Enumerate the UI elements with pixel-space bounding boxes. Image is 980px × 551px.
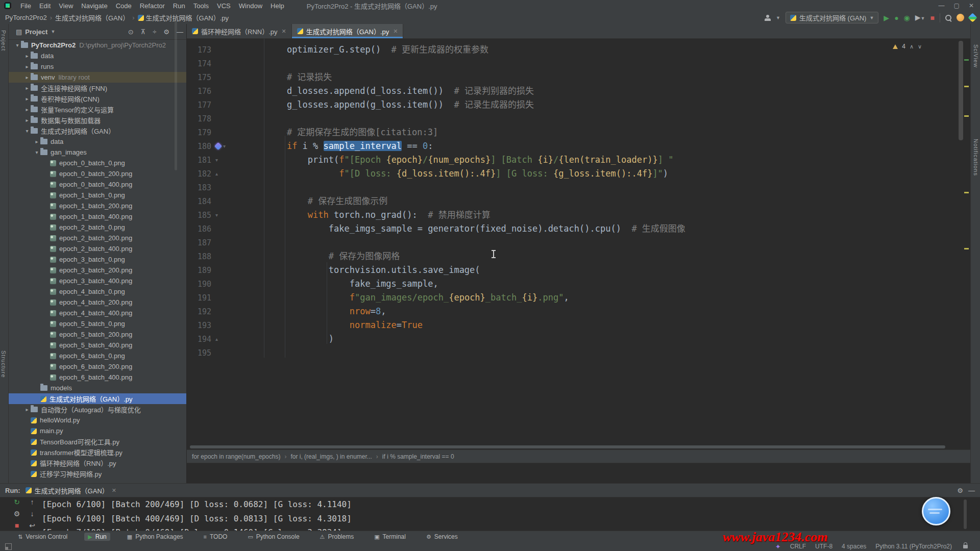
stop-button[interactable]: ■ (930, 14, 935, 21)
prev-warning-icon[interactable]: ∧ (910, 43, 914, 50)
tree-row[interactable]: epoch_3_batch_0.png (9, 254, 186, 265)
tree-row[interactable]: ▸全连接神经网络 (FNN) (9, 83, 186, 93)
tree-row[interactable]: epoch_0_batch_0.png (9, 158, 186, 168)
tree-row[interactable]: epoch_4_batch_400.png (9, 308, 186, 318)
settings-gear-icon[interactable]: ⚙ (163, 28, 169, 36)
close-icon[interactable]: ✕ (282, 28, 286, 35)
tree-row[interactable]: epoch_5_batch_0.png (9, 318, 186, 329)
tree-row[interactable]: ▸数据集与数据加载器 (9, 115, 186, 126)
code-line[interactable]: 178 (187, 112, 970, 126)
code-line[interactable]: 174 (187, 57, 970, 70)
tool-stripe-notifications[interactable]: Notifications (973, 139, 979, 176)
tree-row[interactable]: ▸runs (9, 61, 186, 72)
menu-item-window[interactable]: Window (235, 2, 266, 10)
chevron-down-icon[interactable]: ▼ (776, 15, 780, 20)
hide-panel-icon[interactable]: — (968, 487, 975, 494)
code-line[interactable]: 192 nrow=8, (187, 305, 970, 318)
chevron-down-icon[interactable]: ▾ (23, 128, 31, 134)
debug-button[interactable]: ● (894, 14, 898, 21)
tree-row[interactable]: epoch_5_batch_200.png (9, 329, 186, 340)
tool-stripe-structure[interactable]: Structure (1, 350, 7, 378)
code-line[interactable]: 186 fake_imgs_sample = generator(fixed_n… (187, 222, 970, 236)
tree-row[interactable]: epoch_0_batch_400.png (9, 179, 186, 190)
tree-row[interactable]: epoch_6_batch_200.png (9, 361, 186, 372)
code-line[interactable]: 181▾ print(f"[Epoch {epoch}/{num_epochs}… (187, 153, 970, 167)
tree-row[interactable]: TensorBoard可视化工具.py (9, 436, 186, 447)
rerun-icon[interactable]: ↻ (14, 498, 20, 506)
stop-icon[interactable]: ■ (15, 522, 19, 529)
status-item[interactable]: Python 3.11 (PyTorch2Pro2) (875, 543, 952, 550)
ai-assistant-icon[interactable] (968, 13, 977, 22)
tree-row[interactable]: epoch_3_batch_200.png (9, 265, 186, 276)
editor-tab[interactable]: 循环神经网络（RNN）.py✕ (187, 24, 292, 38)
chevron-right-icon[interactable]: ▸ (33, 139, 40, 144)
tree-row[interactable]: epoch_2_batch_200.png (9, 233, 186, 243)
floating-badge[interactable] (922, 497, 950, 525)
chevron-down-icon[interactable]: ▾ (33, 149, 40, 155)
tool-stripe-sciview[interactable]: SciView (973, 44, 979, 68)
toolwindow-button-terminal[interactable]: ▣Terminal (371, 533, 409, 541)
code-line[interactable]: 189 torchvision.utils.save_image( (187, 263, 970, 277)
code-line[interactable]: 179 # 定期保存生成的图像[citation:3] (187, 126, 970, 139)
inspections-widget[interactable]: 4 ∧ ∨ (893, 43, 922, 50)
code-line[interactable]: 175 # 记录损失 (187, 70, 970, 84)
chevron-right-icon[interactable]: ▸ (23, 117, 31, 123)
tree-row[interactable]: ▸data (9, 51, 186, 61)
hide-panel-icon[interactable]: — (177, 28, 183, 36)
ai-suggestion-icon[interactable] (214, 142, 223, 151)
editor-breadcrumb-item[interactable]: if i % sample_interval == 0 (382, 453, 454, 460)
chevron-right-icon[interactable]: ▸ (23, 74, 31, 80)
code-line[interactable]: 180▾ if i % sample_interval == 0: (187, 139, 970, 153)
tree-row[interactable]: ▾生成式对抗网络（GAN） (9, 126, 186, 136)
expand-icon[interactable]: ÷ (153, 28, 156, 36)
code-line[interactable]: 185▾ with torch.no_grad(): # 禁用梯度计算 (187, 208, 970, 222)
code-line[interactable]: 188 # 保存为图像网格 (187, 249, 970, 263)
chevron-right-icon[interactable]: ▸ (23, 96, 31, 102)
code-line[interactable]: 195 (187, 346, 970, 360)
code-line[interactable]: 176 d_losses.append(d_loss.item()) # 记录判… (187, 84, 970, 98)
tree-row[interactable]: ▾PyTorch2Pro2D:\python_proj\PyTorch2Pro2 (9, 40, 186, 51)
fold-collapse-icon[interactable]: ▾ (223, 143, 226, 149)
tree-row[interactable]: 循环神经网络（RNN）.py (9, 458, 186, 468)
code-line[interactable]: 182▴ f"[D loss: {d_loss.item():.4f}] [G … (187, 167, 970, 181)
code-line[interactable]: 190 fake_imgs_sample, (187, 277, 970, 291)
chevron-right-icon[interactable]: ▸ (23, 407, 31, 412)
tree-row[interactable]: epoch_6_batch_400.png (9, 372, 186, 383)
breadcrumb-item[interactable]: 生成式对抗网络（GAN）.py (146, 13, 229, 22)
tree-row[interactable]: models (9, 383, 186, 393)
next-warning-icon[interactable]: ∨ (918, 43, 922, 50)
tree-row[interactable]: ▸卷积神经网络(CNN) (9, 93, 186, 104)
tree-row[interactable]: helloWorld.py (9, 415, 186, 425)
fold-collapse-icon[interactable]: ▾ (215, 157, 218, 163)
close-icon[interactable]: ✕ (112, 487, 116, 494)
tree-row[interactable]: epoch_0_batch_200.png (9, 168, 186, 179)
breadcrumb-item[interactable]: PyTorch2Pro2 (5, 14, 47, 21)
tree-row[interactable]: epoch_4_batch_200.png (9, 297, 186, 308)
tree-row[interactable]: epoch_4_batch_0.png (9, 286, 186, 297)
code-line[interactable]: 184 # 保存生成图像示例 (187, 194, 970, 208)
chevron-right-icon[interactable]: ▸ (23, 53, 31, 59)
tree-row[interactable]: epoch_6_batch_0.png (9, 350, 186, 361)
collapse-all-icon[interactable]: ⊼ (141, 28, 146, 36)
settings-gear-icon[interactable]: ⚙ (957, 487, 963, 494)
tree-row[interactable]: epoch_2_batch_0.png (9, 222, 186, 233)
toolwindow-button-services[interactable]: ⚙Services (423, 533, 461, 541)
minimize-button[interactable]: — (939, 2, 945, 9)
run-settings-icon[interactable]: ⚙ (14, 510, 20, 517)
close-button[interactable]: ✕ (969, 2, 974, 9)
down-stacktrace-icon[interactable]: ↓ (31, 510, 34, 517)
chevron-right-icon[interactable]: ▸ (23, 85, 31, 91)
menu-item-help[interactable]: Help (266, 2, 288, 10)
tool-stripe-project[interactable]: Project (1, 30, 7, 51)
code-line[interactable]: 191 f"gan_images/epoch_{epoch}_batch_{i}… (187, 291, 970, 305)
chevron-down-icon[interactable]: ▾ (14, 42, 21, 48)
code-with-me-icon[interactable] (957, 14, 964, 21)
run-button[interactable]: ▶ (884, 14, 889, 21)
profiler-button[interactable]: ▶▼ (915, 14, 925, 22)
tree-row[interactable]: ▸张量Tensor的定义与运算 (9, 104, 186, 115)
menu-item-view[interactable]: View (55, 2, 77, 10)
code-editor[interactable]: 173 optimizer_G.step() # 更新生成器的权重参数17417… (187, 39, 970, 444)
tree-row[interactable]: transformer模型逻辑梳理.py (9, 447, 186, 458)
code-line[interactable]: 194▴ ) (187, 332, 970, 346)
tree-row[interactable]: epoch_1_batch_400.png (9, 211, 186, 222)
